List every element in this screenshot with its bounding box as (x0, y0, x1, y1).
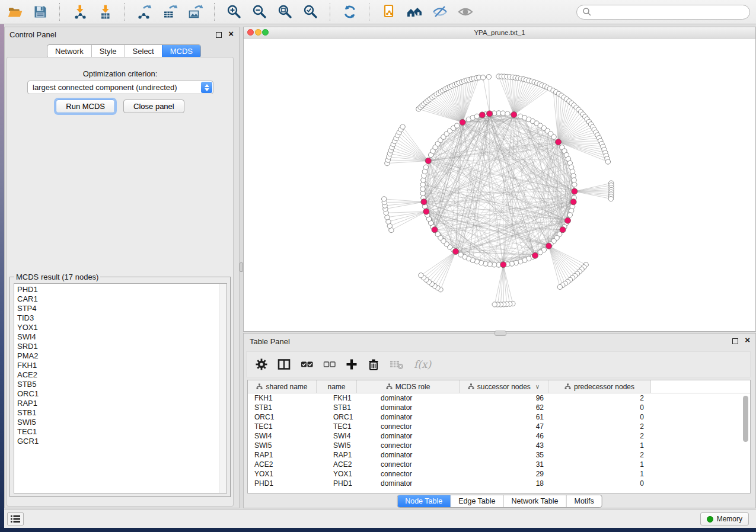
table-row[interactable]: RAP1RAP1dominator352 (248, 450, 750, 460)
tab-edge-table[interactable]: Edge Table (450, 495, 503, 507)
function-builder-icon[interactable]: f(x) (414, 358, 431, 370)
search-input[interactable] (592, 5, 749, 18)
close-window-icon[interactable] (247, 29, 254, 36)
mcds-result-item[interactable]: SWI4 (14, 332, 227, 342)
mcds-result-item[interactable]: PMA2 (14, 351, 227, 361)
mcds-result-item[interactable]: STB1 (14, 408, 227, 418)
mcds-result-item[interactable]: STB5 (14, 380, 227, 389)
column-header-name[interactable]: name (317, 380, 357, 393)
task-history-button[interactable] (7, 512, 24, 525)
tab-select[interactable]: Select (125, 45, 162, 57)
unselect-all-columns-icon[interactable] (323, 358, 336, 370)
mcds-result-item[interactable]: SRD1 (14, 342, 227, 351)
table-settings-gear-icon[interactable] (256, 358, 267, 370)
first-neighbors-icon[interactable] (406, 3, 423, 21)
mcds-result-item[interactable]: PHD1 (14, 285, 227, 294)
mcds-button-row: Run MCDS Close panel (7, 100, 233, 113)
tab-mcds[interactable]: MCDS (162, 45, 200, 57)
optimization-criterion-label: Optimization criterion: (7, 69, 233, 78)
import-network-icon[interactable] (71, 3, 88, 21)
delete-column-trash-icon[interactable] (368, 358, 379, 371)
zoom-selected-icon[interactable] (302, 3, 320, 21)
mcds-result-item[interactable]: TEC1 (14, 427, 227, 437)
maximize-window-icon[interactable] (262, 29, 269, 36)
hide-selected-icon[interactable] (431, 3, 449, 21)
control-panel-close-icon[interactable]: × (228, 28, 234, 39)
run-mcds-button[interactable]: Run MCDS (56, 100, 115, 113)
list-icon (10, 514, 21, 524)
control-panel-float-icon[interactable] (216, 32, 222, 38)
fit-content-icon[interactable] (276, 3, 294, 21)
table-row[interactable]: ACE2ACE2connector311 (248, 460, 750, 469)
optimization-criterion-dropdown[interactable]: largest connected component (undirected) (27, 81, 213, 94)
delete-table-icon-disabled[interactable] (390, 358, 404, 370)
mcds-result-item[interactable]: ORC1 (14, 389, 227, 399)
tab-motifs[interactable]: Motifs (566, 495, 601, 507)
column-header-mcds-role[interactable]: MCDS role (357, 380, 460, 393)
table-cell: 96 (460, 394, 548, 402)
table-cell: 2 (548, 432, 651, 440)
horizontal-splitter-handle[interactable] (495, 331, 506, 336)
mcds-result-item[interactable]: TID3 (14, 313, 227, 323)
close-panel-button[interactable]: Close panel (123, 100, 184, 113)
import-table-icon[interactable] (96, 3, 114, 21)
table-row[interactable]: PHD1PHD1dominator180 (248, 479, 750, 488)
table-cell: 2 (548, 394, 651, 402)
mcds-result-item[interactable]: RAP1 (14, 399, 227, 408)
mcds-result-item[interactable]: ACE2 (14, 370, 227, 380)
zoom-in-icon[interactable] (225, 3, 243, 21)
table-row[interactable]: FKH1FKH1dominator962 (248, 393, 750, 403)
tab-style[interactable]: Style (91, 45, 125, 57)
network-window-title: YPA_prune.txt_1 (474, 29, 525, 36)
folder-front (8, 11, 22, 17)
table-row[interactable]: TEC1TEC1connector472 (248, 422, 750, 431)
table-panel-close-icon[interactable]: × (745, 335, 750, 345)
app-window: Control Panel × Network Style Select MCD… (0, 0, 756, 532)
mcds-result-item[interactable]: YOX1 (14, 323, 227, 332)
select-all-columns-icon[interactable] (301, 358, 313, 370)
mcds-result-item[interactable]: GCR1 (14, 437, 227, 446)
table-row[interactable]: STB1STB1dominator620 (248, 403, 750, 412)
network-canvas[interactable] (244, 38, 756, 332)
mcds-result-item[interactable]: STP4 (14, 304, 227, 313)
new-network-from-selection-icon[interactable] (380, 3, 398, 21)
table-row[interactable]: SWI5SWI5connector431 (248, 441, 750, 450)
export-network-icon[interactable] (135, 3, 153, 21)
table-cell: STB1 (317, 403, 357, 412)
minimize-window-icon[interactable] (255, 29, 261, 36)
column-header-successor-nodes[interactable]: successor nodes ∨ (460, 380, 548, 393)
show-hidden-icon[interactable] (457, 3, 474, 21)
table-row[interactable]: YOX1YOX1connector291 (248, 469, 750, 479)
mcds-result-list: PHD1CAR1STP4TID3YOX1SWI4SRD1PMA2FKH1ACE2… (14, 283, 227, 493)
mcds-result-item[interactable]: CAR1 (14, 294, 227, 304)
column-header-shared-name[interactable]: shared name (248, 380, 317, 393)
save-session-icon[interactable] (31, 3, 49, 21)
show-columns-icon[interactable] (277, 358, 291, 370)
tab-network-table[interactable]: Network Table (503, 495, 566, 507)
table-panel-title: Table Panel (250, 337, 290, 346)
column-header-predecessor-nodes[interactable]: predecessor nodes (548, 380, 651, 393)
zoom-out-icon[interactable] (251, 3, 269, 21)
mcds-result-item[interactable]: SWI5 (14, 418, 227, 427)
table-cell: dominator (357, 413, 460, 421)
memory-button[interactable]: Memory (700, 512, 749, 525)
table-row[interactable]: SWI4SWI4dominator462 (248, 431, 750, 441)
create-column-plus-icon[interactable] (346, 358, 358, 370)
open-session-icon[interactable] (6, 3, 24, 21)
table-cell: ACE2 (317, 460, 357, 469)
export-table-icon[interactable] (161, 3, 178, 21)
mcds-result-item[interactable]: FKH1 (14, 361, 227, 370)
column-label: MCDS role (395, 383, 430, 391)
table-row[interactable]: ORC1ORC1dominator610 (248, 412, 750, 422)
toolbar-separator (214, 3, 215, 21)
tab-network[interactable]: Network (47, 45, 91, 57)
table-cell: SWI4 (317, 432, 357, 440)
table-panel-tabbar: Node Table Edge Table Network Table Moti… (397, 495, 602, 508)
apply-layout-icon[interactable] (341, 3, 359, 21)
table-panel-float-icon[interactable] (732, 338, 738, 344)
table-scrollbar-thumb[interactable] (743, 396, 748, 442)
export-image-icon[interactable] (186, 3, 204, 21)
table-cell: 47 (460, 422, 548, 431)
tab-node-table[interactable]: Node Table (397, 495, 450, 507)
table-cell: 62 (460, 403, 548, 412)
